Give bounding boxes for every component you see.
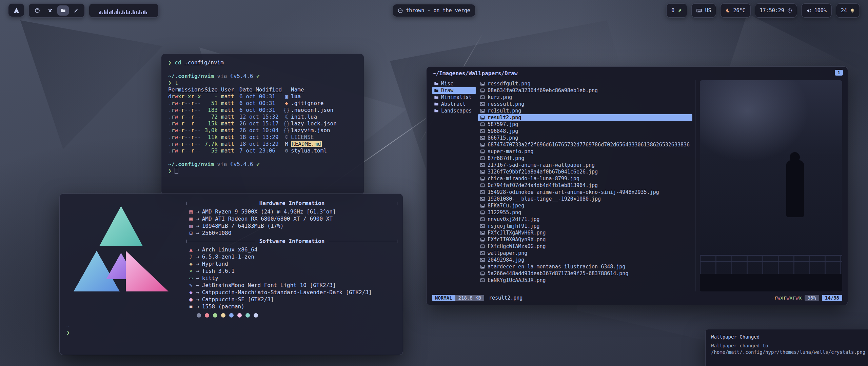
preview-railing bbox=[700, 255, 842, 274]
file-permissions: .rw-r--r-- bbox=[168, 127, 202, 134]
file-item[interactable]: 154928-odinokoe_anime-art-anime-okno-sin… bbox=[478, 189, 692, 196]
notification-popup[interactable]: Wallpaper Changed Wallpaper changed to /… bbox=[705, 329, 868, 366]
arrow-icon: → bbox=[196, 267, 199, 274]
command-line: ❯ cd .config/nvim bbox=[168, 59, 357, 66]
image-file-icon bbox=[480, 271, 485, 276]
file-item[interactable]: 217167-sad-anime-rain-wallpaper.png bbox=[478, 162, 692, 168]
image-file-icon bbox=[480, 115, 485, 120]
status-line: NORMAL 218.8 KB result2.png -rwxrwxrwx 3… bbox=[432, 294, 842, 302]
file-item[interactable]: 0c794faf07de24a4db4d4fb1eb813964.jpg bbox=[478, 182, 692, 189]
palette-dot bbox=[213, 313, 217, 318]
hardware-icon: ▥ bbox=[186, 222, 195, 229]
file-name: EeNKYgIUcAAJ5JX.png bbox=[488, 277, 546, 283]
folder-item[interactable]: Minimalist bbox=[432, 94, 476, 101]
file-item[interactable]: wallpaper.png bbox=[478, 250, 692, 257]
folder-icon bbox=[434, 81, 439, 86]
image-file-icon bbox=[480, 244, 485, 249]
file-size: 183 bbox=[202, 107, 218, 114]
file-item[interactable]: 3126f7e9bbf21a8a4af0b67b041c6e26.jpg bbox=[478, 168, 692, 175]
file-item[interactable]: 866715.png bbox=[478, 135, 692, 141]
prompt-char: ❯ bbox=[168, 80, 172, 86]
image-file-icon bbox=[480, 224, 485, 228]
file-item[interactable]: 68747470733a2f2f696d616765732d7769786d70… bbox=[478, 141, 692, 148]
listing-row: .rw-r--r-- 183 matt 6 oct 00:31 {} .neoc… bbox=[168, 107, 357, 114]
file-list-panel: ressdfgult.png 08a634fa02a32364f69ebc86a… bbox=[478, 80, 692, 291]
launcher-button[interactable] bbox=[8, 3, 24, 17]
file-item[interactable]: kurz.png bbox=[478, 94, 692, 101]
header-date: Date Modified bbox=[239, 86, 282, 93]
cursor-line[interactable]: ❯ bbox=[168, 168, 357, 175]
keyboard-layout: US bbox=[705, 7, 711, 14]
tab-indicator[interactable]: 1 bbox=[835, 70, 843, 76]
file-item[interactable]: FXfcHgcWIAMzs0G.png bbox=[478, 243, 692, 250]
prompt-char[interactable]: ❯ bbox=[66, 329, 397, 336]
file-item[interactable]: rsjqojlmjhf91.jpg bbox=[478, 223, 692, 229]
file-date: 18 oct 13:29 bbox=[239, 134, 282, 141]
workspace-files[interactable] bbox=[57, 5, 69, 16]
file-name: 87r687df.png bbox=[488, 155, 524, 161]
file-item[interactable]: ressdfgult.png bbox=[478, 80, 692, 87]
file-permissions: drwxr-xr-x bbox=[168, 93, 202, 100]
workspace-misc[interactable] bbox=[44, 5, 56, 16]
weather-widget[interactable]: 26°C bbox=[720, 3, 750, 18]
file-name: rsjqojlmjhf91.jpg bbox=[488, 223, 540, 229]
listing-row: .rw-r--r-- 51 matt 6 oct 00:31 ◆ .gitign… bbox=[168, 100, 357, 107]
folder-item[interactable]: Abstract bbox=[432, 101, 476, 107]
folder-item[interactable]: Landscapes bbox=[432, 107, 476, 114]
file-item[interactable]: 587597.jpg bbox=[478, 121, 692, 128]
workspace-browser[interactable] bbox=[32, 5, 43, 16]
file-item[interactable]: result2.png bbox=[478, 114, 692, 121]
image-file-icon bbox=[480, 81, 485, 86]
palette-dot bbox=[254, 313, 258, 318]
file-item[interactable]: chica-mirando-la-luna-8799.jpg bbox=[478, 175, 692, 182]
file-item[interactable]: 87r687df.png bbox=[478, 155, 692, 162]
image-file-icon bbox=[480, 197, 485, 201]
file-item[interactable]: 5a266e448add93deab367d87173e9f25-6837886… bbox=[478, 270, 692, 277]
folder-item[interactable]: Misc bbox=[432, 80, 476, 87]
file-permissions: .rw-r--r-- bbox=[168, 141, 202, 147]
bell-icon bbox=[850, 8, 855, 13]
file-item[interactable]: FXfcII0X0AQyn9X.png bbox=[478, 236, 692, 243]
file-item[interactable]: 8FKa7Cu.jpeg bbox=[478, 202, 692, 209]
music-icon bbox=[398, 8, 403, 13]
clock-widget[interactable]: 17:50:29 bbox=[755, 3, 797, 18]
file-item[interactable]: 19201080-__blue-tinge__-1920×1080.jpg bbox=[478, 196, 692, 202]
file-item[interactable]: 596848.jpg bbox=[478, 128, 692, 135]
file-name: lua bbox=[291, 93, 357, 100]
file-size: 51 bbox=[202, 100, 218, 107]
file-item[interactable]: EeNKYgIUcAAJ5JX.png bbox=[478, 277, 692, 284]
file-type-icon: © bbox=[282, 134, 291, 141]
arrow-icon: → bbox=[196, 260, 199, 267]
keyboard-layout-widget[interactable]: US bbox=[691, 3, 716, 18]
file-name: lazy-lock.json bbox=[291, 120, 357, 127]
fetch-prompt: ~ ❯ bbox=[66, 322, 397, 336]
file-item[interactable]: re1sult.png bbox=[478, 107, 692, 114]
image-file-icon bbox=[480, 129, 485, 134]
file-item[interactable]: 20492984.jpg bbox=[478, 257, 692, 263]
image-file-icon bbox=[480, 278, 485, 283]
software-icon: ▲ bbox=[186, 246, 195, 253]
folder-item[interactable]: Draw bbox=[432, 87, 476, 94]
updates-widget[interactable]: 0 bbox=[666, 3, 687, 18]
status-bar: thrown - on the verge 0 US 26°C 17:50:29 bbox=[0, 0, 868, 22]
file-item[interactable]: resssult.png bbox=[478, 101, 692, 107]
image-file-icon bbox=[480, 217, 485, 222]
media-widget[interactable]: thrown - on the verge bbox=[393, 4, 475, 17]
image-file-icon bbox=[480, 102, 485, 106]
file-item[interactable]: super-mario.png bbox=[478, 148, 692, 155]
image-file-icon bbox=[480, 108, 485, 113]
file-name: .neoconf.json bbox=[291, 107, 357, 114]
file-item[interactable]: nnvuv0xj2df71.jpg bbox=[478, 216, 692, 223]
file-name: FXfcJlTXgAMvH6R.png bbox=[488, 230, 546, 236]
file-item[interactable]: atardecer-en-la-montanas-ilustracion-634… bbox=[478, 263, 692, 270]
crystal-shard bbox=[20, 20, 163, 149]
file-item[interactable]: FXfcJlTXgAMvH6R.png bbox=[478, 229, 692, 236]
file-owner: matt bbox=[221, 120, 236, 127]
workspace-edit[interactable] bbox=[70, 5, 82, 16]
notifications-widget[interactable]: 24 bbox=[836, 3, 860, 18]
volume-widget[interactable]: 100% bbox=[801, 3, 832, 18]
palette-dot bbox=[197, 313, 201, 318]
file-item[interactable]: 3122955.png bbox=[478, 209, 692, 216]
file-item[interactable]: 08a634fa02a32364f69ebc86a98eb1eb.png bbox=[478, 87, 692, 94]
hardware-icon: ⊞ bbox=[186, 229, 195, 237]
